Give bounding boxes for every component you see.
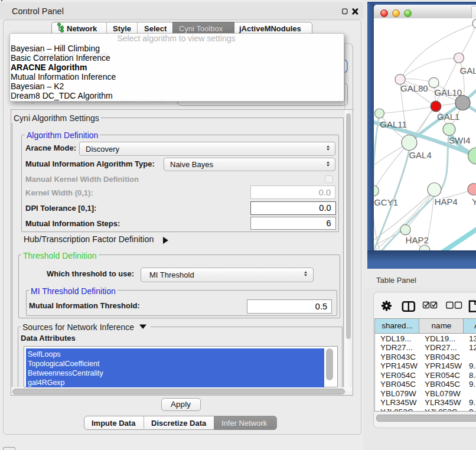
svg-text:HAP4: HAP4 — [435, 197, 458, 207]
svg-text:HAP2: HAP2 — [406, 235, 429, 245]
svg-text:GAL11: GAL11 — [380, 119, 407, 129]
svg-text:GAL7: GAL7 — [460, 66, 476, 76]
svg-text:GAL10: GAL10 — [435, 87, 462, 97]
svg-text:YD: YD — [472, 197, 476, 207]
svg-text:GCY1: GCY1 — [374, 197, 398, 207]
svg-text:SWI4: SWI4 — [449, 135, 471, 145]
svg-text:GAL80: GAL80 — [400, 83, 428, 93]
svg-text:GAL4: GAL4 — [409, 150, 431, 160]
svg-text:GAL1: GAL1 — [437, 112, 459, 122]
